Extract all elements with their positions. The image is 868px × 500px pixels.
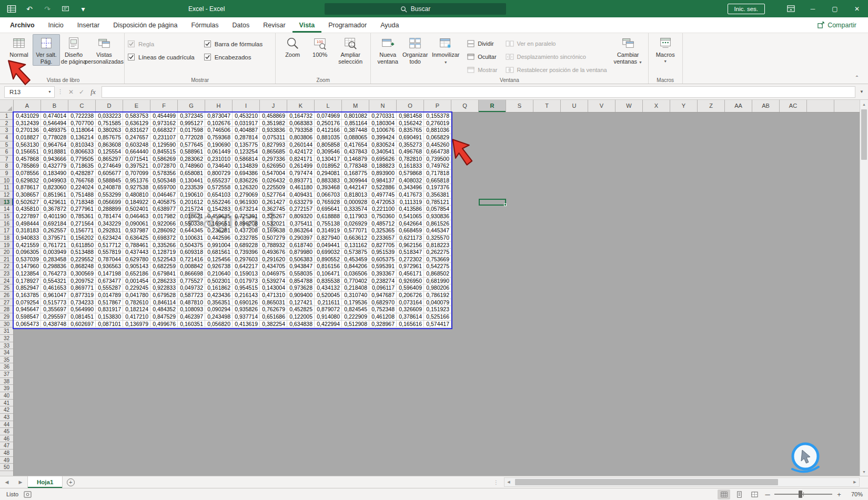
tab-datos[interactable]: Datos <box>226 17 257 33</box>
row-header-13[interactable]: 13 <box>0 199 13 206</box>
cell-A5[interactable]: 0,563130 <box>14 141 41 149</box>
cell-E24[interactable]: 0,001454 <box>123 278 150 285</box>
cell-F5[interactable]: 0,129590 <box>150 141 178 149</box>
row-header-28[interactable]: 28 <box>0 306 13 313</box>
cell-D7[interactable]: 0,865297 <box>96 156 123 163</box>
cell-A18[interactable]: 0,940833 <box>14 234 41 242</box>
page-break-preview-button[interactable]: Ver salt. Pág. <box>33 34 60 66</box>
cell-K14[interactable]: 0,272157 <box>287 206 315 213</box>
cell-K11[interactable]: 0,461180 <box>287 184 315 191</box>
column-header-AA[interactable]: AA <box>725 100 752 112</box>
cell-F12[interactable]: 0,046467 <box>150 191 178 199</box>
cell-N9[interactable]: 0,893900 <box>369 170 397 177</box>
cell-B9[interactable]: 0,183490 <box>41 170 68 177</box>
cell-G22[interactable]: 0,008842 <box>178 263 205 270</box>
cell-O28[interactable]: 0,326609 <box>397 306 424 313</box>
cell-F18[interactable]: 0,698372 <box>150 234 178 242</box>
cell-L9[interactable]: 0,294081 <box>315 170 342 177</box>
cell-C28[interactable]: 0,564990 <box>68 306 96 313</box>
cell-G4[interactable]: 0,772028 <box>178 134 205 141</box>
cell-H29[interactable]: 0,243498 <box>205 313 233 321</box>
cell-M1[interactable]: 0,801082 <box>342 113 369 120</box>
cell-M11[interactable]: 0,442147 <box>342 184 369 191</box>
cell-O15[interactable]: 0,541065 <box>397 213 424 220</box>
cell-H30[interactable]: 0,056820 <box>205 321 233 328</box>
cell-L10[interactable]: 0,883383 <box>315 177 342 185</box>
collapse-ribbon-icon[interactable]: ⌃ <box>851 73 863 81</box>
cell-O9[interactable]: 0,579868 <box>397 170 424 177</box>
row-header-18[interactable]: 18 <box>0 234 13 242</box>
cell-C10[interactable]: 0,766768 <box>68 177 96 185</box>
row-header-19[interactable]: 19 <box>0 242 13 249</box>
tab-ayuda[interactable]: Ayuda <box>374 17 406 33</box>
cell-N1[interactable]: 0,270331 <box>369 113 397 120</box>
cell-M5[interactable]: 0,417654 <box>342 141 369 149</box>
cell-F19[interactable]: 0,335266 <box>150 242 178 249</box>
cell-C27[interactable]: 0,734233 <box>68 299 96 307</box>
cell-K13[interactable]: 0,633279 <box>287 199 315 206</box>
cell-N20[interactable]: 0,951539 <box>369 249 397 256</box>
cell-M12[interactable]: 0,818013 <box>342 191 369 199</box>
cell-L5[interactable]: 0,805858 <box>315 141 342 149</box>
cell-M29[interactable]: 0,222909 <box>342 313 369 321</box>
cell-H8[interactable]: 0,734640 <box>205 162 233 170</box>
cell-J25[interactable]: 0,143004 <box>260 284 287 292</box>
cell-A25[interactable]: 0,852947 <box>14 284 41 292</box>
ribbon-display-options-icon[interactable] <box>780 0 802 17</box>
cell-L28[interactable]: 0,879072 <box>315 306 342 313</box>
column-header-C[interactable]: C <box>68 100 96 112</box>
cell-M16[interactable]: 0,026929 <box>342 220 369 228</box>
cell-B12[interactable]: 0,851961 <box>41 191 68 199</box>
cell-D2[interactable]: 0,751585 <box>96 120 123 127</box>
cell-B26[interactable]: 0,961047 <box>41 292 68 299</box>
cell-C16[interactable]: 0,271564 <box>68 220 96 228</box>
cell-N16[interactable]: 0,485712 <box>369 220 397 228</box>
custom-views-button[interactable]: Vistas personalizadas <box>87 34 121 66</box>
cell-N5[interactable]: 0,830524 <box>369 141 397 149</box>
column-header-D[interactable]: D <box>96 100 123 112</box>
cell-C18[interactable]: 0,156202 <box>68 234 96 242</box>
column-header-P[interactable]: P <box>424 100 451 112</box>
cell-J18[interactable]: 0,507279 <box>260 234 287 242</box>
cell-G20[interactable]: 0,609318 <box>178 249 205 256</box>
cell-F6[interactable]: 0,845515 <box>150 148 178 156</box>
cell-N19[interactable]: 0,827705 <box>369 242 397 249</box>
cell-K3[interactable]: 0,793358 <box>287 127 315 134</box>
vertical-scroll-thumb[interactable] <box>861 109 867 160</box>
cell-C22[interactable]: 0,868248 <box>68 263 96 270</box>
cell-H10[interactable]: 0,655237 <box>205 177 233 185</box>
cell-D30[interactable]: 0,087101 <box>96 321 123 328</box>
cell-G5[interactable]: 0,577645 <box>178 141 205 149</box>
cell-G3[interactable]: 0,017598 <box>178 127 205 134</box>
cell-M27[interactable]: 0,179536 <box>342 299 369 307</box>
macros-button[interactable]: Macros ▼ <box>652 34 679 66</box>
cell-C30[interactable]: 0,602697 <box>68 321 96 328</box>
cell-I2[interactable]: 0,031917 <box>233 120 260 127</box>
cell-O17[interactable]: 0,668459 <box>397 227 424 234</box>
cell-O12[interactable]: 0,417673 <box>397 191 424 199</box>
cell-J23[interactable]: 0,046975 <box>260 270 287 278</box>
cell-D24[interactable]: 0,673477 <box>96 278 123 285</box>
cell-P19[interactable]: 0,818223 <box>424 242 451 249</box>
cell-L23[interactable]: 0,106471 <box>315 270 342 278</box>
cell-C24[interactable]: 0,209752 <box>68 278 96 285</box>
cell-A10[interactable]: 0,629832 <box>14 177 41 185</box>
cell-J12[interactable]: 0,527764 <box>260 191 287 199</box>
cell-J3[interactable]: 0,933836 <box>260 127 287 134</box>
row-header-2[interactable]: 2 <box>0 120 13 127</box>
cell-N12[interactable]: 0,497745 <box>369 191 397 199</box>
cell-K10[interactable]: 0,893771 <box>287 177 315 185</box>
cell-C4[interactable]: 0,136214 <box>68 134 96 141</box>
cell-N28[interactable]: 0,752348 <box>369 306 397 313</box>
cell-I21[interactable]: 0,297603 <box>233 256 260 263</box>
cell-M19[interactable]: 0,131162 <box>342 242 369 249</box>
cell-K1[interactable]: 0,164732 <box>287 113 315 120</box>
cell-A22[interactable]: 0,147960 <box>14 263 41 270</box>
cell-E26[interactable]: 0,041780 <box>123 292 150 299</box>
row-header-45[interactable]: 45 <box>0 428 13 435</box>
row-header-35[interactable]: 35 <box>0 356 13 364</box>
cell-G1[interactable]: 0,372345 <box>178 113 205 120</box>
cell-N15[interactable]: 0,750360 <box>369 213 397 220</box>
cell-N11[interactable]: 0,522886 <box>369 184 397 191</box>
cell-L8[interactable]: 0,018952 <box>315 162 342 170</box>
